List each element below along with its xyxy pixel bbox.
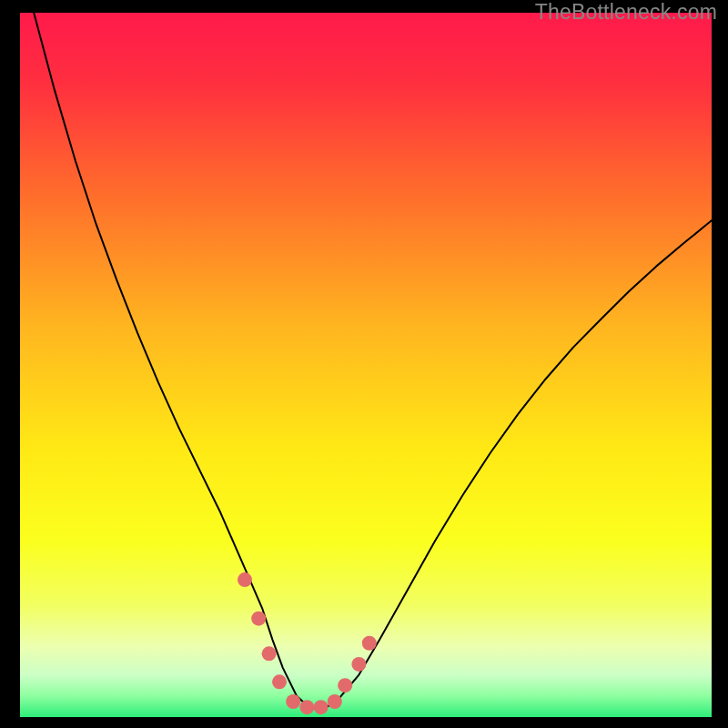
highlight-dot xyxy=(314,700,329,714)
highlight-dot xyxy=(286,694,300,709)
highlight-dot xyxy=(299,700,314,714)
bottleneck-chart xyxy=(20,13,712,717)
highlight-dot xyxy=(262,646,277,661)
highlight-dot xyxy=(328,694,342,709)
highlight-dot xyxy=(238,572,252,587)
highlight-dot xyxy=(251,612,266,626)
chart-background xyxy=(20,13,712,717)
highlight-dot xyxy=(272,674,287,689)
highlight-dot xyxy=(338,678,352,693)
highlight-dot xyxy=(362,636,377,651)
chart-frame xyxy=(20,13,712,717)
highlight-dot xyxy=(351,657,366,672)
watermark-text: TheBottleneck.com xyxy=(535,0,717,25)
